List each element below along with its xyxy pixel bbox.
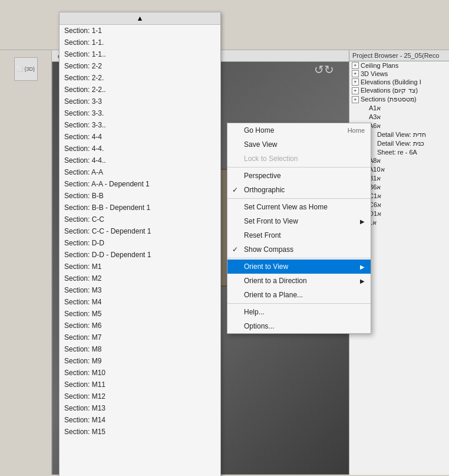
sections-panel: ▲ Section: 1-1Section: 1-1.Section: 1-1.… xyxy=(59,12,221,476)
menu-item-label: Lock to Selection xyxy=(244,155,298,163)
context-menu-item-lock-to-selection: Lock to Selection xyxy=(227,152,371,166)
pb-item-label: A3א xyxy=(369,113,381,121)
menu-item-label: Reset Front xyxy=(244,231,281,239)
pb-item[interactable]: A1א xyxy=(349,104,449,113)
menu-item-label: Show Compass xyxy=(244,245,293,254)
menu-item-label: Orthographic xyxy=(244,186,285,194)
sections-list-item[interactable]: Section: C-C xyxy=(60,214,220,225)
menu-item-label: Orient to a Direction xyxy=(244,277,307,285)
pb-item-label: A1א xyxy=(369,104,381,112)
pb-item[interactable]: +Elevations (צד קיום) xyxy=(349,86,449,95)
sections-list-item[interactable]: Section: 2-2 xyxy=(60,60,220,72)
nav-compass: ↺↻ xyxy=(314,63,334,77)
sections-list-item[interactable]: Section: 2-2.. xyxy=(60,84,220,96)
sections-list-item[interactable]: Section: M1 xyxy=(60,261,220,273)
sections-list-item[interactable]: Section: M14 xyxy=(60,414,220,426)
sections-list-item[interactable]: Section: B-B - Dependent 1 xyxy=(60,202,220,214)
menu-item-label: Set Front to View xyxy=(244,217,298,225)
pb-item[interactable]: +Sections (מטסטפת) xyxy=(349,95,449,104)
context-menu-item-orient-to-view[interactable]: Orient to View▶ xyxy=(227,260,371,274)
context-menu: Go HomeHomeSave ViewLock to SelectionPer… xyxy=(227,123,371,334)
menu-separator xyxy=(227,303,371,304)
left-toolbar: ⬜ {3D} xyxy=(0,50,52,475)
context-menu-item-reset-front[interactable]: Reset Front xyxy=(227,228,371,242)
sections-list-item[interactable]: Section: A-A xyxy=(60,166,220,178)
sections-list-item[interactable]: Section: M10 xyxy=(60,367,220,379)
expand-icon[interactable]: + xyxy=(352,87,359,94)
pb-item[interactable]: +Elevations (Building I xyxy=(349,78,449,86)
pb-item[interactable]: +Ceiling Plans xyxy=(349,61,449,70)
pb-item[interactable]: A3א xyxy=(349,113,449,122)
submenu-arrow-icon: ▶ xyxy=(360,278,365,284)
sections-list-item[interactable]: Section: 4-4. xyxy=(60,143,220,155)
menu-item-label: Help... xyxy=(244,308,265,316)
sections-list-item[interactable]: Section: M6 xyxy=(60,320,220,331)
pb-item-label: 3D Views xyxy=(361,70,388,77)
menu-item-label: Save View xyxy=(244,140,277,149)
sections-list-item[interactable]: Section: A-A - Dependent 1 xyxy=(60,178,220,190)
pb-item-label: Detail View: כנית xyxy=(377,140,424,147)
pb-item-label: Sheet: re - 6A xyxy=(377,149,417,156)
context-menu-item-perspective[interactable]: Perspective xyxy=(227,169,371,183)
sections-list-item[interactable]: Section: M3 xyxy=(60,284,220,296)
context-menu-item-orient-to-a-direction[interactable]: Orient to a Direction▶ xyxy=(227,274,371,288)
checkmark-icon: ✓ xyxy=(232,245,238,254)
menu-item-label: Set Current View as Home xyxy=(244,203,328,211)
context-menu-item-set-front-to-view[interactable]: Set Front to View▶ xyxy=(227,214,371,228)
sections-list-item[interactable]: Section: 3-3 xyxy=(60,96,220,107)
context-menu-item-orthographic[interactable]: ✓Orthographic xyxy=(227,183,371,197)
context-menu-item-help[interactable]: Help... xyxy=(227,305,371,319)
menu-item-label: Go Home xyxy=(244,126,274,134)
sections-list-item[interactable]: Section: 2-2. xyxy=(60,72,220,84)
sections-list-item[interactable]: Section: M7 xyxy=(60,331,220,343)
expand-icon[interactable]: + xyxy=(352,62,359,69)
sections-list-item[interactable]: Section: M12 xyxy=(60,390,220,402)
context-menu-item-show-compass[interactable]: ✓Show Compass xyxy=(227,242,371,257)
pb-item[interactable]: +3D Views xyxy=(349,70,449,78)
context-menu-item-go-home[interactable]: Go HomeHome xyxy=(227,123,371,137)
sections-list-item[interactable]: Section: M11 xyxy=(60,379,220,390)
sections-list-item[interactable]: Section: B-B xyxy=(60,190,220,202)
sections-list-item[interactable]: Section: 3-3.. xyxy=(60,119,220,131)
sections-list-item[interactable]: Section: C-C - Dependent 1 xyxy=(60,225,220,237)
pb-item-label: Detail View: חדית xyxy=(377,131,426,139)
sections-panel-arrow: ▲ xyxy=(137,14,144,22)
sections-list-item[interactable]: Section: M9 xyxy=(60,355,220,367)
sections-list-item[interactable]: Section: M13 xyxy=(60,402,220,414)
sections-list-item[interactable]: Section: M15 xyxy=(60,426,220,438)
sections-list-item[interactable]: Section: 4-4 xyxy=(60,131,220,143)
expand-icon[interactable]: + xyxy=(352,78,359,86)
menu-item-shortcut: Home xyxy=(348,127,365,134)
submenu-arrow-icon: ▶ xyxy=(360,218,365,225)
sections-panel-header: ▲ xyxy=(60,12,220,25)
sections-list-item[interactable]: Section: 1-1.. xyxy=(60,48,220,60)
pb-item-label: Ceiling Plans xyxy=(361,62,398,69)
menu-separator xyxy=(227,258,371,258)
sections-list-item[interactable]: Section: 4-4.. xyxy=(60,155,220,166)
sections-list-item[interactable]: Section: M8 xyxy=(60,343,220,355)
menu-item-label: Orient to a Plane... xyxy=(244,291,303,299)
sections-list-item[interactable]: Section: M2 xyxy=(60,273,220,284)
expand-icon[interactable]: + xyxy=(352,96,359,103)
context-menu-item-set-current-view-as-home[interactable]: Set Current View as Home xyxy=(227,200,371,214)
sections-list-item[interactable]: Section: 1-1 xyxy=(60,25,220,37)
project-browser-title: Project Browser - 25_05(Reco xyxy=(349,50,449,61)
expand-icon[interactable]: + xyxy=(352,70,359,77)
sections-list-item[interactable]: Section: D-D - Dependent 1 xyxy=(60,249,220,261)
context-menu-item-orient-to-a-plane[interactable]: Orient to a Plane... xyxy=(227,288,371,302)
pb-item-label: Sections (מטסטפת) xyxy=(361,96,417,103)
sections-list-item[interactable]: Section: D-D xyxy=(60,237,220,249)
context-menu-item-options[interactable]: Options... xyxy=(227,319,371,333)
sections-list-item[interactable]: Section: 3-3. xyxy=(60,107,220,119)
menu-separator xyxy=(227,167,371,168)
3d-view-icon[interactable]: ⬜ {3D} xyxy=(14,57,38,81)
pb-item-label: Elevations (צד קיום) xyxy=(361,87,418,94)
menu-item-label: Orient to View xyxy=(244,262,288,271)
menu-item-label: Options... xyxy=(244,322,274,330)
sections-list-item[interactable]: Section: M4 xyxy=(60,296,220,308)
sections-list-item[interactable]: Section: 1-1. xyxy=(60,37,220,48)
checkmark-icon: ✓ xyxy=(232,186,238,194)
context-menu-item-save-view[interactable]: Save View xyxy=(227,137,371,152)
menu-separator xyxy=(227,198,371,199)
sections-list-item[interactable]: Section: M5 xyxy=(60,308,220,320)
